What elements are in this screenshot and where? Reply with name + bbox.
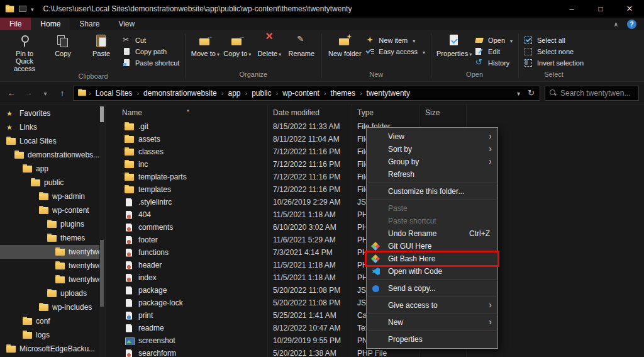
file-date-modified: 7/12/2022 11:16 PM [268,147,352,156]
breadcrumb-item-wp-content[interactable]: wp-content [278,89,324,98]
forward-button[interactable] [22,88,35,98]
tree-item-app[interactable]: app [0,162,105,176]
column-header-date-modified[interactable]: Date modified [268,105,352,120]
context-menu-item-git-gui-here[interactable]: Git GUI Here [367,240,497,252]
new-item-button[interactable]: New item [365,36,425,44]
column-header-size[interactable]: Size [420,105,467,120]
tab-share[interactable]: Share [70,18,109,30]
tree-item-twentytwen[interactable]: twentytwen... [0,273,105,286]
group-label: New [327,71,425,81]
tree-item-uploads[interactable]: uploads [0,286,105,300]
rename-icon [294,34,309,48]
file-date-modified: 5/20/2022 11:08 PM [268,298,352,307]
context-menu-item-view[interactable]: View [367,130,497,143]
pin-to-quick-access-button[interactable]: Pin to Quick access [7,32,42,72]
tree-item-links[interactable]: Links [0,120,105,134]
breadcrumb-item-themes[interactable]: themes [326,89,360,98]
tree-item-twentytwen[interactable]: twentytwen... [0,259,105,273]
select-none-icon [524,47,533,55]
copy-to-button[interactable]: Copy to [223,32,252,71]
context-menu-item-customize-this-folder[interactable]: Customize this folder... [367,185,497,198]
group-label: Select [524,71,584,81]
edit-button[interactable]: Edit [475,47,513,55]
paste-shortcut-button[interactable]: Paste shortcut [122,59,179,67]
select-all-button[interactable]: Select all [524,36,584,44]
tree-item-themes[interactable]: themes [0,231,105,245]
tree-item-conf[interactable]: conf [0,314,105,328]
tree-item-public[interactable]: public [0,176,105,190]
tree-item-wp-admin[interactable]: wp-admin [0,190,105,203]
delete-button[interactable]: Delete [255,32,284,71]
recent-locations-icon[interactable] [39,88,52,98]
up-button[interactable] [56,88,69,98]
folder-icon [39,193,48,200]
context-menu-item-sort-by[interactable]: Sort by [367,143,497,156]
minimize-button[interactable] [557,0,586,18]
folder-icon [23,332,32,339]
tab-home[interactable]: Home [31,18,70,30]
breadcrumb-item-local-sites[interactable]: Local Sites [91,89,137,98]
tree-item-microsoftedgebacku[interactable]: MicrosoftEdgeBacku... [0,342,105,356]
column-header-name[interactable]: Name [106,105,268,120]
copy-path-button[interactable]: Copy path [122,47,179,55]
maximize-button[interactable] [586,0,615,18]
paste-button[interactable]: Paste [84,32,119,72]
button-label: Delete [257,50,281,59]
file-date-modified: 11/5/2021 1:18 AM [268,210,352,219]
breadcrumb-item-twentytwenty[interactable]: twentytwenty [362,89,414,98]
cut-button[interactable]: Cut [122,36,179,44]
refresh-icon[interactable] [528,88,535,98]
context-menu-item-undo-rename[interactable]: Undo RenameCtrl+Z [367,227,497,240]
close-button[interactable] [615,0,644,18]
search-input[interactable] [560,89,634,98]
quick-access-caret-icon[interactable] [31,4,34,13]
copy-button[interactable]: Copy [45,32,80,72]
context-menu-item-git-bash-here[interactable]: Git Bash Here [367,252,497,265]
address-dropdown-icon[interactable] [517,89,520,98]
easy-access-button[interactable]: Easy access [365,47,425,55]
back-button[interactable] [5,88,18,98]
tree-item-logs[interactable]: logs [0,328,105,342]
context-menu-item-properties[interactable]: Properties [367,333,497,346]
properties-button[interactable]: Properties [436,32,472,71]
open-button[interactable]: Open [475,36,513,44]
select-none-button[interactable]: Select none [524,47,584,55]
history-icon [475,59,484,67]
help-icon[interactable] [627,20,636,29]
tree-item-plugins[interactable]: plugins [0,217,105,231]
move-to-button[interactable]: Move to [191,32,219,71]
scrollbar-thumb[interactable] [100,240,104,307]
tab-view[interactable]: View [109,18,144,30]
tree-item-wp-includes[interactable]: wp-includes [0,300,105,314]
invert-selection-button[interactable]: Invert selection [524,59,584,67]
search-box[interactable] [545,86,639,101]
breadcrumb-item-public[interactable]: public [247,89,275,98]
context-menu-item-paste-shortcut: Paste shortcut [367,215,497,227]
tree-item-twentytwen[interactable]: twentytwen... [0,245,105,259]
breadcrumb-item-demonstrationwebsite[interactable]: demonstrationwebsite [139,89,221,98]
context-menu-item-open-with-code[interactable]: Open with Code [367,265,497,278]
context-menu-item-send-a-copy[interactable]: Send a copy... [367,282,497,295]
history-button[interactable]: History [475,59,513,67]
scrollbar-top-thumb[interactable] [100,106,104,122]
rename-button[interactable]: Rename [287,32,316,71]
new-folder-button[interactable]: New folder [327,32,362,71]
tree-item-demonstrationwebs[interactable]: demonstrationwebs... [0,148,105,162]
tree-item-favorites[interactable]: Favorites [0,106,105,120]
menu-item-label: Paste [388,204,408,213]
context-menu-item-give-access-to[interactable]: Give access to [367,299,497,312]
css-icon [125,312,134,320]
context-menu-item-new[interactable]: New [367,316,497,329]
address-bar[interactable]: Local Sitesdemonstrationwebsiteapppublic… [73,86,540,101]
context-menu-item-refresh[interactable]: Refresh [367,168,497,181]
context-menu-item-group-by[interactable]: Group by [367,156,497,168]
collapse-ribbon-icon[interactable] [614,20,618,28]
tree-item-local-sites[interactable]: Local Sites [0,134,105,148]
tree-item-label: Local Sites [19,137,57,145]
sidebar-scrollbar[interactable] [99,105,105,357]
column-header-type[interactable]: Type [352,105,420,120]
tree-item-wp-content[interactable]: wp-content [0,203,105,217]
breadcrumb-item-app[interactable]: app [223,89,245,98]
tab-file[interactable]: File [0,18,31,30]
quick-access-toolbar-icon[interactable] [19,6,26,12]
